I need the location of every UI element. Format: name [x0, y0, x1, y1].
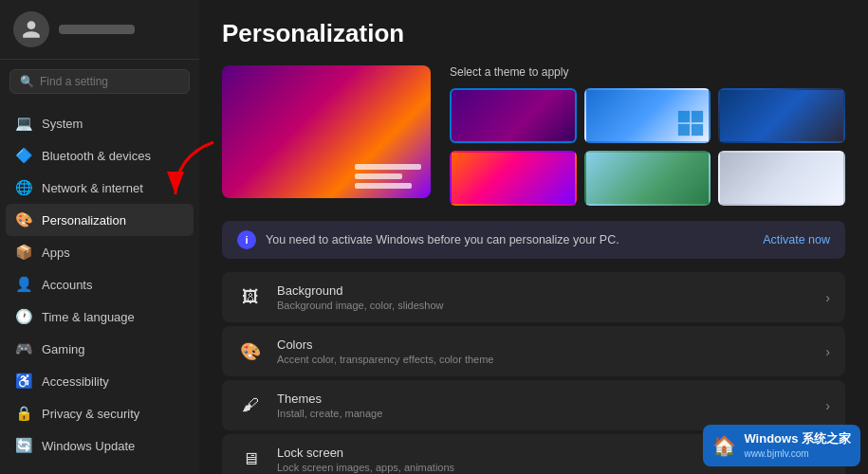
svg-rect-1: [692, 111, 703, 122]
sidebar-item-label-accounts: Accounts: [42, 278, 92, 292]
background-title: Background: [277, 283, 812, 298]
accounts-icon: 👤: [15, 276, 32, 293]
watermark-url: www.bjmlv.com: [744, 447, 851, 461]
user-name-bar: [59, 25, 135, 34]
windows-logo-blue: [676, 109, 705, 137]
theme-card-colorful[interactable]: [450, 151, 577, 206]
theme-card-blue-dark[interactable]: [718, 88, 845, 143]
sidebar-item-accessibility[interactable]: ♿Accessibility: [6, 365, 194, 397]
sidebar-item-label-system: System: [42, 117, 83, 131]
background-subtitle: Background image, color, slideshow: [277, 300, 812, 311]
themes-text: ThemesInstall, create, manage: [277, 392, 812, 419]
preview-line-2: [355, 173, 402, 179]
themes-settings-icon: 🖌: [237, 392, 264, 419]
lockscreen-settings-icon: 🖥: [237, 447, 264, 473]
sidebar-item-label-windowsupdate: Windows Update: [42, 439, 135, 453]
svg-rect-2: [678, 124, 690, 136]
network-icon: 🌐: [15, 179, 32, 196]
themes-grid: [450, 88, 845, 206]
watermark-brand: Windows 系统之家: [744, 430, 851, 447]
user-icon: [21, 19, 42, 40]
theme-card-landscape[interactable]: [584, 151, 711, 206]
watermark-house-icon: 🏠: [712, 434, 736, 457]
bluetooth-icon: 🔷: [15, 147, 32, 164]
colors-subtitle: Accent color, transparency effects, colo…: [277, 354, 812, 365]
gaming-icon: 🎮: [15, 340, 32, 357]
user-profile: [0, 0, 199, 60]
sidebar-item-label-time: Time & language: [42, 310, 135, 324]
settings-item-background[interactable]: 🖼BackgroundBackground image, color, slid…: [222, 272, 845, 322]
sidebar: 🔍 💻System🔷Bluetooth & devices🌐Network & …: [0, 0, 199, 474]
watermark-text: Windows 系统之家 www.bjmlv.com: [744, 430, 851, 461]
system-icon: 💻: [15, 115, 32, 132]
sidebar-item-label-personalization: Personalization: [42, 213, 126, 228]
background-settings-icon: 🖼: [237, 284, 264, 311]
activation-message: You need to activate Windows before you …: [266, 233, 619, 246]
sidebar-item-label-bluetooth: Bluetooth & devices: [42, 149, 151, 163]
search-box[interactable]: 🔍: [9, 69, 190, 94]
sidebar-item-time[interactable]: 🕐Time & language: [6, 301, 194, 333]
sidebar-item-gaming[interactable]: 🎮Gaming: [6, 333, 194, 365]
theme-card-gray-light[interactable]: [718, 151, 845, 206]
main-content: Personalization Select a theme to apply: [199, 0, 868, 474]
activation-left: i You need to activate Windows before yo…: [237, 230, 619, 249]
sidebar-item-label-accessibility: Accessibility: [42, 374, 109, 389]
sidebar-item-bluetooth[interactable]: 🔷Bluetooth & devices: [6, 139, 194, 172]
sidebar-item-system[interactable]: 💻System: [6, 107, 194, 139]
accessibility-icon: ♿: [15, 373, 32, 390]
apps-icon: 📦: [15, 244, 32, 261]
search-icon: 🔍: [20, 75, 34, 88]
themes-chevron-icon: ›: [825, 398, 830, 413]
sidebar-item-label-gaming: Gaming: [42, 342, 85, 356]
colors-title: Colors: [277, 337, 812, 352]
time-icon: 🕐: [15, 308, 32, 325]
avatar: [13, 11, 49, 47]
theme-preview: [222, 65, 431, 198]
sidebar-item-personalization[interactable]: 🎨Personalization: [6, 204, 194, 236]
sidebar-item-network[interactable]: 🌐Network & internet: [6, 172, 194, 204]
themes-label: Select a theme to apply: [450, 65, 845, 79]
activate-now-link[interactable]: Activate now: [763, 233, 830, 246]
preview-lines: [355, 164, 421, 189]
background-chevron-icon: ›: [825, 290, 830, 305]
windowsupdate-icon: 🔄: [15, 437, 32, 454]
preview-line-3: [355, 183, 412, 189]
theme-card-blue-light[interactable]: [584, 88, 711, 143]
sidebar-item-apps[interactable]: 📦Apps: [6, 236, 194, 268]
theme-card-dark-purple[interactable]: [450, 88, 577, 143]
sidebar-item-privacy[interactable]: 🔒Privacy & security: [6, 397, 194, 429]
settings-item-themes[interactable]: 🖌ThemesInstall, create, manage›: [222, 380, 845, 430]
colors-text: ColorsAccent color, transparency effects…: [277, 337, 812, 365]
settings-item-colors[interactable]: 🎨ColorsAccent color, transparency effect…: [222, 326, 845, 376]
themes-section: Select a theme to apply: [450, 65, 845, 206]
themes-subtitle: Install, create, manage: [277, 408, 812, 419]
sidebar-item-accounts[interactable]: 👤Accounts: [6, 268, 194, 301]
personalization-icon: 🎨: [15, 211, 32, 228]
background-text: BackgroundBackground image, color, slide…: [277, 283, 812, 311]
sidebar-item-label-apps: Apps: [42, 246, 70, 260]
preview-line-1: [355, 164, 421, 170]
top-section: Select a theme to apply: [222, 65, 845, 206]
info-icon: i: [237, 230, 256, 249]
themes-title: Themes: [277, 392, 812, 406]
privacy-icon: 🔒: [15, 405, 32, 422]
svg-rect-3: [692, 124, 703, 136]
page-title: Personalization: [222, 19, 845, 48]
colors-settings-icon: 🎨: [237, 338, 264, 365]
activation-bar: i You need to activate Windows before yo…: [222, 221, 845, 259]
colors-chevron-icon: ›: [825, 344, 830, 359]
sidebar-item-label-network: Network & internet: [42, 181, 143, 195]
search-input[interactable]: [40, 75, 179, 88]
watermark: 🏠 Windows 系统之家 www.bjmlv.com: [703, 425, 860, 466]
svg-rect-0: [678, 111, 690, 122]
sidebar-item-label-privacy: Privacy & security: [42, 407, 139, 421]
nav-list: 💻System🔷Bluetooth & devices🌐Network & in…: [0, 103, 199, 474]
sidebar-item-windowsupdate[interactable]: 🔄Windows Update: [6, 429, 194, 462]
